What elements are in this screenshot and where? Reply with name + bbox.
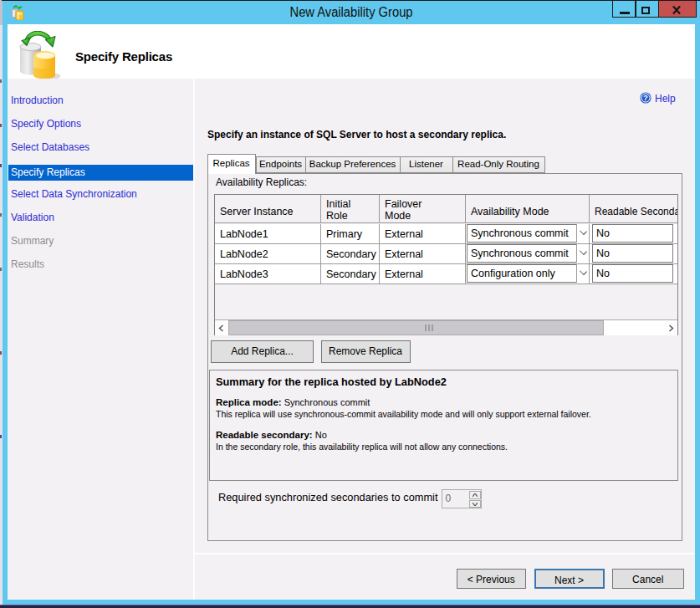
svg-text:?: ? bbox=[643, 93, 648, 102]
